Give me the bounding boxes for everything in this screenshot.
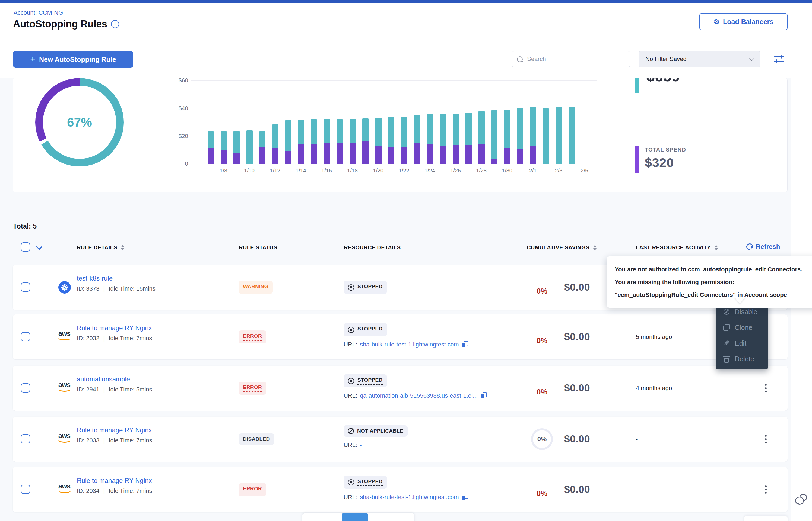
x-axis-tick: 1/12	[266, 167, 285, 174]
savings-percent-cell: 0%	[528, 366, 556, 411]
resource-details-cell: STOPPEDURL:sha-bulk-rule-test-1.lightwin…	[344, 467, 468, 501]
account-breadcrumb[interactable]: Account: CCM-NG	[14, 9, 63, 16]
spend-legend-marker	[635, 145, 639, 173]
row-checkbox[interactable]	[21, 282, 30, 292]
select-all-checkbox[interactable]	[21, 242, 30, 252]
resource-details-cell: STOPPEDURL:qa-automation-alb-515563988.u…	[344, 366, 487, 399]
row-actions-kebab[interactable]	[765, 467, 767, 512]
savings-gauge-tick	[542, 329, 542, 336]
bar-1/15	[311, 119, 317, 164]
sort-icon[interactable]	[121, 245, 124, 250]
bar-1/12	[272, 124, 278, 164]
row-checkbox[interactable]	[21, 485, 30, 494]
rule-name-link[interactable]: automationsample	[77, 376, 130, 383]
resource-details-cell: NOT APPLICABLEURL:-	[344, 417, 408, 449]
row-checkbox[interactable]	[21, 434, 30, 444]
help-chat-icon[interactable]	[795, 494, 808, 506]
bar-1/23	[414, 115, 420, 164]
column-cumulative-savings[interactable]: CUMULATIVE SAVINGS	[527, 245, 597, 251]
total-savings-stat: $639	[635, 78, 680, 93]
bar-1/26	[453, 114, 459, 164]
rule-meta: ID: 2032|Idle Time: 7mins	[77, 335, 152, 342]
resource-state-badge: STOPPED	[344, 375, 387, 387]
savings-ring: 0%	[531, 428, 553, 450]
new-autostopping-rule-button[interactable]: + New AutoStopping Rule	[13, 51, 133, 68]
top-accent-bar	[0, 0, 812, 3]
rule-name-link[interactable]: Rule to manage RY Nginx	[77, 324, 152, 332]
bar-1/14	[298, 120, 304, 164]
x-axis-tick: 1/14	[292, 167, 311, 174]
bar-2/2	[543, 108, 549, 164]
stopped-icon	[348, 327, 354, 333]
rule-name-link[interactable]: Rule to manage RY Nginx	[77, 477, 152, 484]
menu-item-edit[interactable]: ✎Edit	[723, 335, 768, 351]
current-page-button[interactable]	[342, 513, 368, 521]
plus-icon: +	[30, 55, 35, 63]
x-axis-tick: 1/28	[472, 167, 491, 174]
stopped-icon	[348, 378, 354, 384]
pagination-bar[interactable]	[302, 513, 414, 521]
aws-icon: aws	[58, 485, 71, 493]
savings-amount: $0.00	[564, 314, 590, 359]
page-size-selector[interactable]	[744, 516, 788, 521]
savings-legend-marker	[635, 78, 639, 93]
menu-item-delete[interactable]: Delete	[723, 351, 768, 367]
savings-gauge-tick	[542, 279, 542, 286]
resource-details-cell: STOPPEDURL:sha-bulk-rule-test-1.lightwin…	[344, 314, 468, 348]
donut-center-label: 67%	[67, 115, 92, 130]
bar-1/9	[233, 131, 240, 164]
search-input[interactable]	[527, 55, 625, 63]
load-balancers-button[interactable]: ⚙ Load Balancers	[699, 13, 788, 30]
rule-meta: ID: 2033|Idle Time: 7mins	[77, 437, 152, 444]
row-actions-kebab[interactable]	[765, 417, 767, 462]
tooltip-arrow	[734, 297, 745, 303]
menu-item-clone[interactable]: Clone	[723, 320, 768, 335]
resource-url-link[interactable]: sha-bulk-rule-test-1.lightwingtest.com	[360, 494, 458, 501]
row-checkbox[interactable]	[21, 332, 30, 341]
column-last-resource-activity[interactable]: LAST RESOURCE ACTIVITY	[636, 245, 718, 251]
x-axis-tick: 2/5	[575, 167, 594, 174]
bar-1/10	[247, 130, 253, 164]
refresh-button[interactable]: Refresh	[746, 243, 780, 250]
load-balancers-label: Load Balancers	[723, 18, 773, 26]
bar-1/8	[221, 132, 227, 164]
total-spend-label: TOTAL SPEND	[645, 146, 686, 153]
bar-1/28	[478, 111, 485, 164]
rule-name-link[interactable]: test-k8s-rule	[77, 275, 113, 282]
sort-icon[interactable]	[714, 245, 718, 250]
rule-name-link[interactable]: Rule to manage RY Nginx	[77, 426, 152, 434]
savings-gauge-tick	[542, 380, 542, 387]
saved-filter-dropdown[interactable]: No Filter Saved	[639, 51, 761, 67]
table-row: awsRule to manage RY NginxID: 2032|Idle …	[13, 314, 788, 359]
row-actions-kebab[interactable]	[765, 366, 767, 411]
url-label: URL:	[344, 392, 357, 399]
toolbar: + New AutoStopping Rule No Filter Saved	[0, 41, 791, 78]
url-label: URL:	[344, 494, 357, 501]
resource-url-link[interactable]: qa-automation-alb-515563988.us-east-1.el…	[360, 392, 478, 399]
info-icon[interactable]: i	[111, 20, 119, 28]
clone-icon	[723, 324, 730, 331]
gear-icon: ⚙	[713, 18, 720, 25]
not-applicable-icon	[348, 428, 354, 434]
sort-icon[interactable]	[593, 245, 597, 250]
column-rule-status: RULE STATUS	[239, 245, 277, 251]
resource-url-link[interactable]: sha-bulk-rule-test-1.lightwingtest.com	[360, 341, 458, 348]
copy-icon[interactable]	[462, 494, 468, 501]
bar-2/1	[530, 107, 536, 164]
select-menu-chevron-icon[interactable]	[36, 244, 42, 250]
savings-percent-cell: 0%	[528, 265, 556, 310]
bar-1/20	[375, 118, 382, 164]
resource-url-link[interactable]: -	[360, 441, 362, 449]
bar-1/16	[324, 119, 330, 164]
savings-amount: $0.00	[564, 467, 590, 512]
page-header: Account: CCM-NG AutoStopping Rules i ⚙ L…	[0, 3, 791, 41]
rule-status-badge: ERROR	[238, 483, 266, 496]
copy-icon[interactable]	[480, 392, 487, 399]
x-axis-tick: 1/16	[317, 167, 336, 174]
tooltip-line: "ccm_autoStoppingRule_edit Connectors" i…	[615, 289, 812, 301]
column-rule-details[interactable]: RULE DETAILS	[77, 245, 124, 251]
resource-details-cell: STOPPED	[344, 265, 387, 310]
row-checkbox[interactable]	[21, 383, 30, 392]
copy-icon[interactable]	[462, 341, 468, 348]
filter-settings-icon[interactable]	[774, 54, 785, 65]
